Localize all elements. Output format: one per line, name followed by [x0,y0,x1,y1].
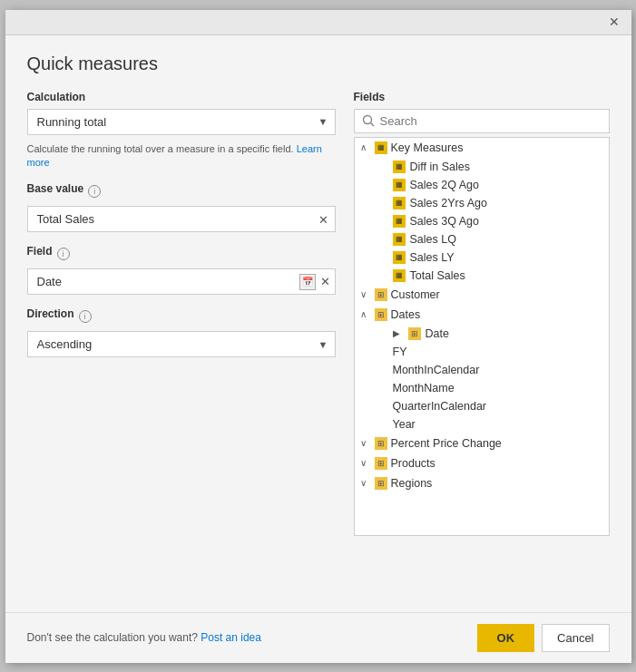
sales-2q-ago-icon: ▦ [393,179,406,191]
field-input-wrapper: 📅 ✕ [27,268,336,295]
calculation-wrapper: Running total Average per category Diffe… [27,109,336,135]
ppc-chevron: ∨ [360,438,371,448]
direction-label: Direction [27,307,74,320]
fields-search-input[interactable] [380,114,602,128]
calculation-select[interactable]: Running total Average per category Diffe… [27,109,336,135]
customer-chevron: ∨ [360,289,371,299]
customer-label: Customer [391,288,440,301]
dates-label: Dates [391,308,421,321]
products-label: Products [391,457,435,470]
fields-tree[interactable]: ∧ ▦ Key Measures ▦ Diff in Sales ▦ Sales… [354,137,610,536]
regions-group[interactable]: ∨ ⊞ Regions [355,473,609,493]
cancel-button[interactable]: Cancel [542,624,609,652]
ok-button[interactable]: OK [477,624,535,652]
field-label-row: Field i [27,245,336,263]
list-item[interactable]: ▦ Sales 3Q Ago [355,212,609,230]
sales-2yrs-ago-icon: ▦ [393,197,406,209]
ppc-icon: ⊞ [375,437,387,450]
list-item[interactable]: ▦ Sales 2Yrs Ago [355,194,609,212]
year-label: Year [393,418,416,431]
date-sub-chevron: ▶ [393,328,404,338]
fy-label: FY [393,346,407,358]
date-sub-label: Date [426,327,449,340]
direction-select[interactable]: Ascending Descending [27,331,336,357]
calendar-icon: 📅 [299,274,316,290]
list-item[interactable]: MonthName [355,379,609,397]
sales-ly-icon: ▦ [393,251,406,264]
key-measures-icon: ▦ [375,141,387,154]
sales-lq-icon: ▦ [393,233,406,246]
dates-chevron: ∧ [360,309,371,319]
search-box [354,109,610,133]
list-item[interactable]: FY [355,343,609,361]
svg-line-1 [370,123,374,127]
dialog-title: Quick measures [27,54,610,74]
two-column-layout: Calculation Running total Average per ca… [27,91,610,612]
products-chevron: ∨ [360,458,371,468]
total-sales-label: Total Sales [410,269,465,282]
direction-label-row: Direction i [27,307,336,326]
products-group[interactable]: ∨ ⊞ Products [355,453,609,473]
field-clear-button[interactable]: ✕ [318,275,332,288]
products-icon: ⊞ [375,457,387,470]
list-item[interactable]: ▦ Sales LY [355,248,609,267]
right-panel: Fields ∧ ▦ Key Measures [354,91,610,612]
sales-2q-ago-label: Sales 2Q Ago [410,179,479,191]
regions-chevron: ∨ [360,478,371,488]
sales-3q-ago-icon: ▦ [393,215,406,228]
diff-in-sales-icon: ▦ [393,161,406,173]
customer-group[interactable]: ∨ ⊞ Customer [355,285,609,305]
regions-label: Regions [391,477,433,490]
list-item[interactable]: ▦ Sales LQ [355,230,609,248]
left-panel: Calculation Running total Average per ca… [27,91,336,612]
list-item[interactable]: QuarterInCalendar [355,397,609,415]
footer-buttons: OK Cancel [477,624,610,652]
base-value-clear-button[interactable]: ✕ [317,212,330,226]
direction-wrapper: Ascending Descending ▼ [27,331,336,357]
list-item[interactable]: ▦ Sales 2Q Ago [355,176,609,194]
month-name-label: MonthName [393,382,455,394]
customer-icon: ⊞ [375,288,387,301]
list-item[interactable]: ▶ ⊞ Date [355,325,609,343]
key-measures-group[interactable]: ∧ ▦ Key Measures [355,138,609,158]
quick-measures-dialog: ✕ Quick measures Calculation Running tot… [5,10,631,663]
base-value-label-row: Base value i [27,182,336,200]
dates-group[interactable]: ∧ ⊞ Dates [355,305,609,325]
base-value-info-icon: i [88,185,101,198]
percent-price-change-group[interactable]: ∨ ⊞ Percent Price Change [355,433,609,453]
regions-icon: ⊞ [375,477,387,490]
date-sub-icon: ⊞ [408,327,421,340]
base-value-input-wrapper: ✕ [27,206,336,232]
quarter-in-calendar-label: QuarterInCalendar [393,400,487,413]
titlebar: ✕ [5,10,631,35]
total-sales-icon: ▦ [393,269,406,282]
list-item[interactable]: Year [355,415,609,433]
fields-label: Fields [354,91,610,103]
dialog-body: Quick measures Calculation Running total… [5,35,631,612]
direction-info-icon: i [79,310,92,323]
field-input[interactable] [27,268,336,295]
sales-lq-label: Sales LQ [410,233,456,246]
field-icons: 📅 ✕ [299,274,332,290]
ppc-label: Percent Price Change [391,437,502,450]
field-info-icon: i [57,248,70,260]
sales-ly-label: Sales LY [410,251,455,264]
key-measures-chevron: ∧ [360,142,371,152]
dialog-footer: Don't see the calculation you want? Post… [5,612,631,663]
diff-in-sales-label: Diff in Sales [410,161,470,173]
calc-description: Calculate the running total over a measu… [27,142,336,170]
post-idea-link[interactable]: Post an idea [201,631,261,644]
dates-icon: ⊞ [375,308,387,321]
base-value-input[interactable] [27,206,336,232]
base-value-label: Base value [27,182,84,195]
search-icon [362,114,375,127]
key-measures-label: Key Measures [391,141,464,154]
list-item[interactable]: ▦ Total Sales [355,267,609,285]
close-button[interactable]: ✕ [604,13,624,31]
field-label: Field [27,245,53,258]
svg-point-0 [363,116,371,124]
list-item[interactable]: MonthInCalendar [355,361,609,379]
sales-3q-ago-label: Sales 3Q Ago [410,215,479,228]
calculation-label: Calculation [27,91,336,103]
list-item[interactable]: ▦ Diff in Sales [355,158,609,176]
